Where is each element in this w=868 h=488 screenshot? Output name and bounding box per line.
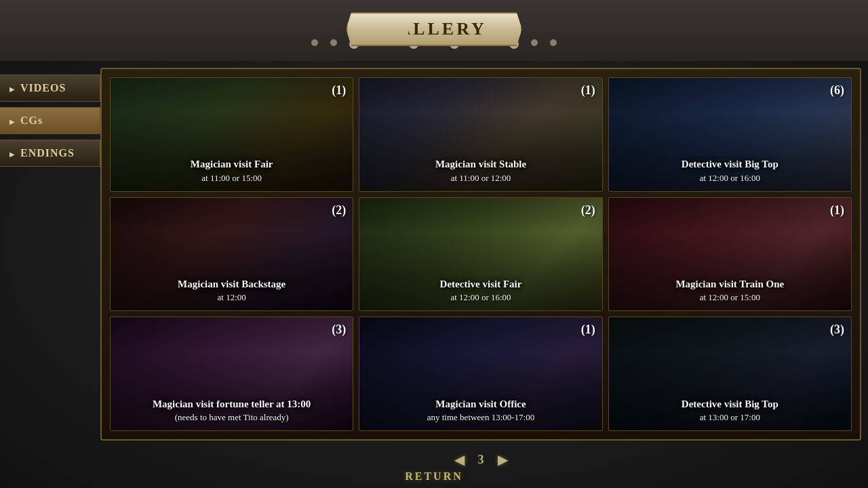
gallery-cell-3[interactable]: (6) Detective visit Big Top at 12:00 or … xyxy=(608,77,852,192)
gallery-banner: GALLERY xyxy=(346,12,522,46)
gallery-cell-6[interactable]: (1) Magician visit Train One at 12:00 or… xyxy=(608,197,852,312)
return-button[interactable]: RETURN xyxy=(405,470,463,483)
cell-title-4: Magician visit Backstage xyxy=(178,278,285,291)
sidebar-label-endings: ENDINGS xyxy=(20,147,75,159)
cell-overlay-1: (1) Magician visit Fair at 11:00 or 15:0… xyxy=(111,78,353,191)
gallery-cell-2[interactable]: (1) Magician visit Stable at 11:00 or 12… xyxy=(359,77,602,192)
cell-title-6: Magician visit Train One xyxy=(675,278,784,291)
pagination: ◀ 3 ▶ xyxy=(100,451,861,468)
cell-overlay-6: (1) Magician visit Train One at 12:00 or… xyxy=(609,198,851,311)
cell-overlay-9: (3) Detective visit Big Top at 13:00 or … xyxy=(609,317,851,430)
cell-number-3: (6) xyxy=(830,83,844,98)
gallery-cell-4[interactable]: (2) Magician visit Backstage at 12:00 xyxy=(110,197,353,312)
gallery-cell-7[interactable]: (3) Magician visit fortune teller at 13:… xyxy=(110,317,353,431)
cell-number-4: (2) xyxy=(332,203,346,218)
cell-subtitle-7: (needs to have met Tito already) xyxy=(175,412,289,424)
cell-overlay-3: (6) Detective visit Big Top at 12:00 or … xyxy=(609,78,851,191)
dot xyxy=(531,39,538,46)
cell-title-5: Detective visit Fair xyxy=(440,278,522,291)
dot xyxy=(311,39,318,46)
cell-title-3: Detective visit Big Top xyxy=(682,158,778,171)
cell-subtitle-4: at 12:00 xyxy=(218,292,246,304)
cell-title-8: Magician visit Office xyxy=(435,398,526,411)
cell-number-5: (2) xyxy=(581,203,595,218)
sidebar-item-endings[interactable]: ENDINGS xyxy=(0,140,100,167)
sidebar: VIDEOS CGs ENDINGS xyxy=(0,68,100,174)
dot xyxy=(330,39,337,46)
page-number: 3 xyxy=(478,453,484,467)
cell-subtitle-6: at 12:00 or 15:00 xyxy=(700,292,760,304)
cell-title-1: Magician visit Fair xyxy=(191,158,273,171)
cell-subtitle-3: at 12:00 or 16:00 xyxy=(700,173,760,184)
gallery-cell-1[interactable]: (1) Magician visit Fair at 11:00 or 15:0… xyxy=(110,77,353,192)
cell-subtitle-5: at 12:00 or 16:00 xyxy=(450,292,511,304)
sidebar-item-videos[interactable]: VIDEOS xyxy=(0,75,100,102)
cell-number-1: (1) xyxy=(332,83,346,98)
next-page-button[interactable]: ▶ xyxy=(498,451,508,468)
cell-overlay-7: (3) Magician visit fortune teller at 13:… xyxy=(111,317,353,430)
cell-subtitle-1: at 11:00 or 15:00 xyxy=(201,173,262,184)
gallery-cell-5[interactable]: (2) Detective visit Fair at 12:00 or 16:… xyxy=(359,197,602,312)
cell-number-6: (1) xyxy=(830,203,844,218)
gallery-grid: (1) Magician visit Fair at 11:00 or 15:0… xyxy=(110,77,852,431)
gallery-title: GALLERY xyxy=(381,19,487,39)
cell-subtitle-8: any time between 13:00-17:00 xyxy=(427,412,535,424)
sidebar-label-videos: VIDEOS xyxy=(20,82,66,94)
prev-page-button[interactable]: ◀ xyxy=(454,451,465,468)
cell-subtitle-2: at 11:00 or 12:00 xyxy=(451,173,511,184)
cell-title-2: Magician visit Stable xyxy=(435,158,526,171)
cell-title-7: Magician visit fortune teller at 13:00 xyxy=(153,398,311,411)
sidebar-item-cgs[interactable]: CGs xyxy=(0,107,100,134)
dot xyxy=(550,39,557,46)
cell-title-9: Detective visit Big Top xyxy=(682,398,778,411)
cell-overlay-2: (1) Magician visit Stable at 11:00 or 12… xyxy=(359,78,601,191)
top-bar: GALLERY xyxy=(0,0,868,61)
gallery-cell-8[interactable]: (1) Magician visit Office any time betwe… xyxy=(359,317,602,431)
cell-number-7: (3) xyxy=(332,323,346,337)
main-content: (1) Magician visit Fair at 11:00 or 15:0… xyxy=(100,68,861,441)
cell-number-8: (1) xyxy=(581,323,595,337)
cell-subtitle-9: at 13:00 or 17:00 xyxy=(700,412,760,424)
cell-overlay-4: (2) Magician visit Backstage at 12:00 xyxy=(111,198,353,311)
cell-number-2: (1) xyxy=(581,83,595,98)
gallery-cell-9[interactable]: (3) Detective visit Big Top at 13:00 or … xyxy=(608,317,852,431)
cell-number-9: (3) xyxy=(830,323,844,337)
sidebar-label-cgs: CGs xyxy=(20,115,43,126)
cell-overlay-5: (2) Detective visit Fair at 12:00 or 16:… xyxy=(359,198,601,311)
cell-overlay-8: (1) Magician visit Office any time betwe… xyxy=(359,317,601,430)
